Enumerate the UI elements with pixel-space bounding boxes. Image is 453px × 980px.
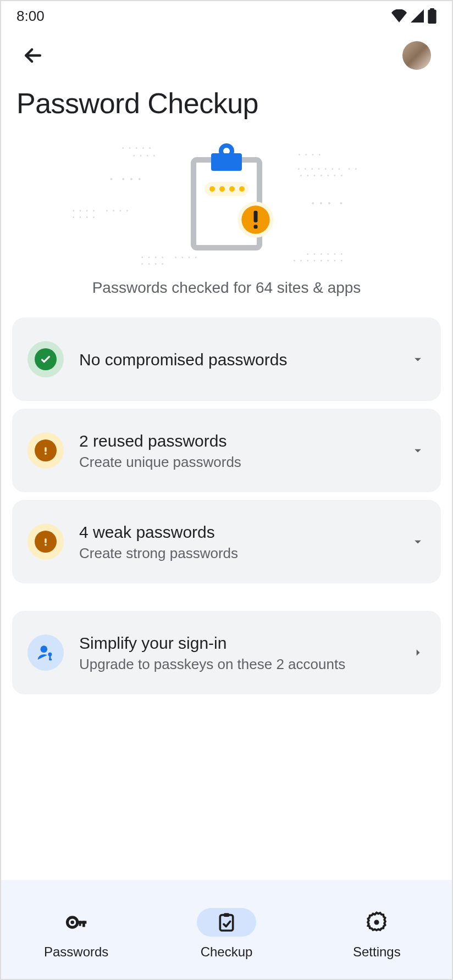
checkup-subtitle: Passwords checked for 64 sites & apps bbox=[1, 268, 452, 318]
svg-point-9 bbox=[239, 186, 245, 192]
check-icon bbox=[27, 341, 64, 377]
svg-point-7 bbox=[219, 186, 225, 192]
svg-rect-15 bbox=[45, 453, 46, 454]
cellular-icon bbox=[410, 9, 424, 23]
card-title: 2 reused passwords bbox=[79, 430, 410, 452]
clipboard-check-icon bbox=[216, 911, 237, 933]
bottom-nav: Passwords Checkup Settings bbox=[1, 880, 452, 979]
compromised-passwords-card[interactable]: No compromised passwords bbox=[12, 318, 441, 401]
battery-icon bbox=[428, 8, 437, 24]
card-subtitle: Upgrade to passkeys on these 2 accounts bbox=[79, 656, 410, 673]
svg-rect-17 bbox=[45, 544, 46, 545]
svg-rect-12 bbox=[254, 211, 258, 222]
gear-icon bbox=[365, 911, 388, 934]
svg-point-29 bbox=[374, 920, 379, 925]
chevron-right-icon bbox=[410, 645, 426, 660]
nav-label: Settings bbox=[353, 944, 401, 960]
passkey-icon bbox=[27, 634, 64, 671]
svg-rect-25 bbox=[82, 921, 85, 927]
reused-passwords-card[interactable]: 2 reused passwords Create unique passwor… bbox=[12, 409, 441, 492]
chevron-down-icon bbox=[410, 443, 426, 458]
checkup-illustration: • • • • • • • • • • • • • • • • • • • • … bbox=[1, 131, 452, 268]
warning-icon bbox=[27, 432, 64, 469]
svg-rect-16 bbox=[45, 538, 46, 543]
svg-point-8 bbox=[229, 186, 235, 192]
svg-point-18 bbox=[41, 645, 48, 653]
card-subtitle: Create strong passwords bbox=[79, 545, 410, 562]
svg-rect-13 bbox=[254, 225, 258, 229]
key-icon bbox=[64, 910, 89, 934]
weak-passwords-card[interactable]: 4 weak passwords Create strong passwords bbox=[12, 500, 441, 583]
nav-label: Passwords bbox=[44, 944, 108, 960]
chevron-down-icon bbox=[410, 534, 426, 549]
warning-icon bbox=[27, 524, 64, 560]
svg-point-23 bbox=[70, 921, 74, 925]
nav-passwords[interactable]: Passwords bbox=[1, 880, 151, 979]
top-bar bbox=[1, 31, 452, 80]
svg-rect-1 bbox=[430, 8, 434, 10]
warning-badge-icon bbox=[236, 201, 275, 239]
svg-point-4 bbox=[221, 146, 232, 157]
svg-rect-21 bbox=[49, 659, 52, 660]
svg-rect-28 bbox=[224, 913, 229, 917]
profile-avatar[interactable] bbox=[402, 41, 431, 70]
card-subtitle: Create unique passwords bbox=[79, 454, 410, 471]
wifi-icon bbox=[391, 9, 407, 23]
status-time: 8:00 bbox=[16, 8, 45, 25]
back-arrow-icon[interactable] bbox=[21, 43, 45, 68]
card-title: Simplify your sign-in bbox=[79, 632, 410, 654]
nav-checkup[interactable]: Checkup bbox=[151, 880, 301, 979]
svg-rect-26 bbox=[79, 921, 81, 926]
status-bar: 8:00 bbox=[1, 1, 452, 31]
checkup-cards: No compromised passwords 2 reused passwo… bbox=[1, 318, 452, 694]
svg-point-6 bbox=[209, 186, 215, 192]
passkeys-upgrade-card[interactable]: Simplify your sign-in Upgrade to passkey… bbox=[12, 611, 441, 694]
chevron-down-icon bbox=[410, 352, 426, 367]
status-icons bbox=[391, 8, 437, 24]
page-title: Password Checkup bbox=[1, 80, 452, 131]
nav-settings[interactable]: Settings bbox=[302, 880, 452, 979]
svg-rect-14 bbox=[45, 447, 46, 452]
nav-label: Checkup bbox=[201, 944, 253, 960]
card-title: No compromised passwords bbox=[79, 349, 410, 370]
card-title: 4 weak passwords bbox=[79, 521, 410, 543]
svg-rect-0 bbox=[428, 10, 436, 24]
svg-rect-27 bbox=[220, 915, 233, 931]
